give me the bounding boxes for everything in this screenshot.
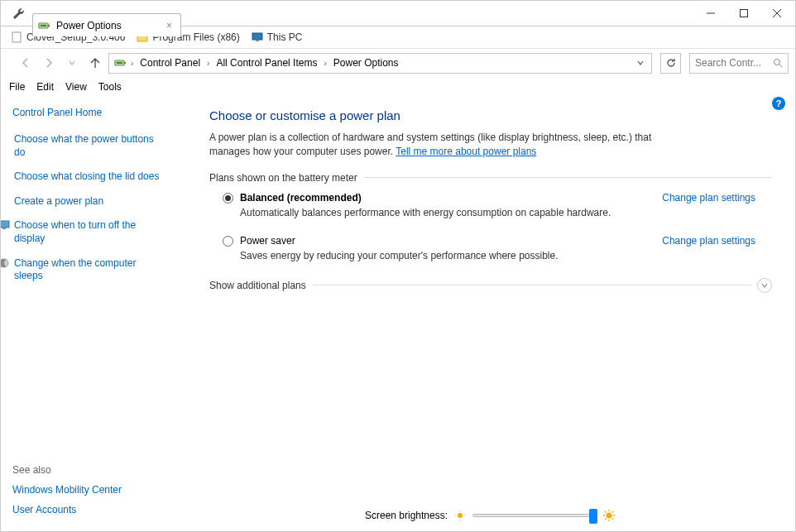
svg-rect-12 — [117, 62, 123, 65]
help-icon[interactable]: ? — [772, 97, 785, 110]
sidebar-link-computer-sleeps[interactable]: Change when the computer sleeps — [12, 257, 176, 283]
divider — [364, 177, 772, 178]
tell-me-more-link[interactable]: Tell me more about power plans — [396, 146, 536, 157]
sun-dim-icon — [454, 510, 466, 521]
svg-rect-8 — [252, 33, 262, 40]
refresh-button[interactable] — [660, 53, 681, 74]
svg-line-29 — [612, 519, 614, 520]
svg-rect-2 — [41, 24, 47, 26]
expand-additional-plans-button[interactable] — [757, 278, 772, 293]
tab-power-options[interactable]: Power Options × — [32, 13, 181, 36]
sidebar: Control Panel Home Choose what the power… — [1, 97, 185, 532]
plan-description: Automatically balances performance with … — [240, 207, 637, 218]
search-icon — [773, 58, 783, 68]
svg-rect-4 — [741, 10, 748, 17]
svg-point-18 — [458, 513, 463, 518]
divider — [313, 285, 752, 285]
change-plan-settings-link[interactable]: Change plan settings — [662, 192, 772, 204]
plan-radio-power-saver[interactable] — [223, 236, 233, 247]
forward-button[interactable] — [39, 53, 59, 73]
chevron-down-icon — [760, 281, 769, 290]
plans-group-label: Plans shown on the battery meter — [209, 172, 364, 184]
pc-icon — [252, 31, 263, 43]
file-icon — [11, 31, 22, 43]
bookmark-this-pc[interactable]: This PC — [252, 31, 303, 43]
minimize-button[interactable] — [694, 2, 727, 25]
sidebar-link-closing-lid[interactable]: Choose what closing the lid does — [12, 170, 176, 184]
control-panel-home-link[interactable]: Control Panel Home — [12, 107, 176, 118]
recent-dropdown[interactable] — [62, 53, 82, 73]
svg-rect-16 — [2, 228, 6, 229]
address-bar[interactable]: › Control Panel › All Control Panel Item… — [108, 53, 652, 74]
main-panel: ? Choose or customise a power plan A pow… — [185, 97, 795, 532]
menu-bar: File Edit View Tools — [1, 77, 795, 97]
sidebar-link-power-buttons[interactable]: Choose what the power buttons do — [12, 133, 176, 159]
menu-edit[interactable]: Edit — [36, 81, 54, 93]
navigation-bar: › Control Panel › All Control Panel Item… — [1, 49, 795, 77]
svg-line-14 — [779, 65, 782, 67]
chevron-right-icon[interactable]: › — [127, 59, 137, 68]
refresh-icon — [665, 57, 677, 69]
breadcrumb-item[interactable]: Power Options — [330, 57, 402, 69]
brightness-label: Screen brightness: — [365, 510, 448, 521]
plan-radio-balanced[interactable] — [223, 193, 233, 204]
menu-tools[interactable]: Tools — [98, 81, 122, 93]
svg-point-23 — [607, 513, 612, 519]
svg-line-30 — [605, 519, 607, 520]
plan-name[interactable]: Power saver — [240, 235, 295, 247]
close-button[interactable] — [760, 2, 794, 25]
chevron-right-icon[interactable]: › — [204, 59, 213, 68]
svg-rect-15 — [0, 221, 9, 228]
change-plan-settings-link[interactable]: Change plan settings — [662, 235, 772, 247]
battery-icon — [114, 56, 127, 69]
menu-view[interactable]: View — [65, 81, 87, 93]
page-description: A power plan is a collection of hardware… — [209, 131, 673, 159]
search-input[interactable]: Search Contr... — [689, 53, 789, 74]
svg-line-28 — [605, 511, 607, 513]
battery-icon — [38, 19, 51, 32]
tab-close-icon[interactable]: × — [166, 20, 172, 31]
svg-rect-7 — [12, 32, 21, 42]
page-title: Choose or customise a power plan — [209, 108, 772, 122]
plan-name[interactable]: Balanced (recommended) — [240, 192, 362, 204]
see-also-user-accounts[interactable]: User Accounts — [12, 504, 176, 515]
up-button[interactable] — [85, 53, 105, 73]
plan-description: Saves energy by reducing your computer's… — [240, 250, 637, 261]
menu-file[interactable]: File — [9, 81, 25, 93]
additional-plans-label[interactable]: Show additional plans — [209, 280, 313, 291]
see-also-heading: See also — [12, 464, 176, 476]
tab-strip: Power Options × — [32, 12, 181, 36]
sidebar-link-create-plan[interactable]: Create a power plan — [12, 195, 176, 208]
svg-rect-1 — [48, 25, 50, 26]
svg-rect-11 — [124, 62, 126, 64]
breadcrumb-item[interactable]: Control Panel — [137, 57, 204, 69]
slider-thumb[interactable] — [589, 509, 597, 524]
monitor-icon — [0, 219, 10, 231]
wrench-icon[interactable] — [12, 7, 26, 21]
bookmark-label: This PC — [267, 31, 303, 43]
chevron-right-icon[interactable]: › — [320, 59, 329, 68]
back-button[interactable] — [16, 53, 36, 73]
brightness-slider[interactable] — [472, 514, 597, 517]
sun-bright-icon — [603, 510, 615, 521]
svg-line-31 — [612, 511, 614, 513]
title-bar: Power Options × — [1, 1, 795, 26]
see-also-mobility-center[interactable]: Windows Mobility Center — [12, 484, 176, 496]
maximize-button[interactable] — [727, 2, 760, 25]
svg-rect-9 — [256, 40, 259, 41]
chevron-down-icon[interactable] — [636, 59, 645, 67]
sidebar-link-turn-off-display[interactable]: Choose when to turn off the display — [12, 219, 176, 245]
moon-icon — [0, 257, 10, 269]
search-placeholder: Search Contr... — [695, 57, 761, 69]
breadcrumb-item[interactable]: All Control Panel Items — [213, 57, 320, 69]
brightness-control: Screen brightness: — [185, 504, 795, 527]
tab-label: Power Options — [56, 20, 122, 31]
svg-point-13 — [774, 60, 780, 65]
